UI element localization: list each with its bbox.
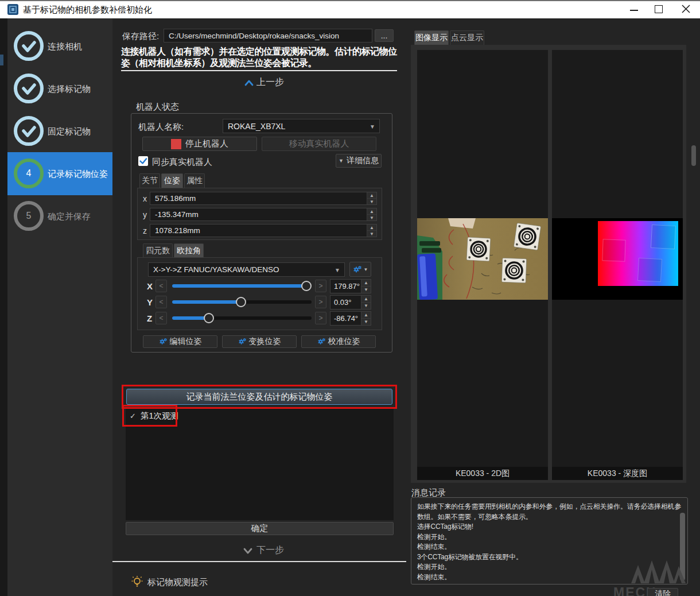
robot-status-label: 机器人状态 [136, 102, 179, 113]
log-line: 检测结束。 [417, 542, 687, 552]
sidebar-item-select-marker[interactable]: 选择标记物 [48, 84, 91, 95]
slider-y-inc-button[interactable]: > [315, 296, 326, 308]
spin-arrows[interactable]: ▲▼ [361, 280, 371, 293]
x-axis-label: x [143, 194, 147, 203]
tab-joints[interactable]: 关节 [139, 173, 160, 188]
divider-top [121, 70, 397, 71]
slider-y-handle[interactable] [236, 297, 246, 307]
window-title: 基于标记物的相机参数补偿初始化 [23, 5, 152, 16]
next-step-button[interactable]: 下一步 [256, 544, 284, 556]
image-2d-caption: KE0033 - 2D图 [456, 469, 510, 479]
spin-arrows[interactable]: ▲▼ [361, 312, 371, 325]
save-path-input[interactable]: C:/Users/mechmind/Desktop/rokae/snacks_v… [164, 29, 372, 42]
gear-icon [317, 338, 326, 346]
sidebar-item-connect-camera[interactable]: 连接相机 [48, 41, 82, 52]
tab-properties[interactable]: 属性 [184, 173, 205, 188]
slider-y-fill [172, 300, 241, 304]
image-2d-caption-bar: KE0033 - 2D图 [417, 467, 548, 480]
intro-text: 连接机器人（如有需求）并在选定的位置观测标记物。估计的标记物位姿（相对相机坐标系… [121, 46, 398, 69]
slider-x-value[interactable]: 179.87° ▲▼ [330, 279, 371, 293]
sidebar-item-record-pose[interactable]: 记录标记物位姿 [48, 169, 108, 180]
chevron-down-icon: ▼ [339, 158, 344, 164]
slider-z-dec-button[interactable]: < [155, 312, 167, 324]
stop-icon [171, 139, 181, 149]
lightbulb-icon [131, 575, 143, 590]
slider-y-label: Y [147, 297, 153, 307]
step1-check-icon[interactable] [13, 30, 44, 64]
slider-z-value[interactable]: -86.74° ▲▼ [330, 311, 371, 326]
stop-robot-button[interactable]: 停止机器人 [142, 137, 257, 151]
slider-z-inc-button[interactable]: > [315, 312, 326, 324]
sidebar-item-confirm-save[interactable]: 确定并保存 [48, 211, 91, 222]
depth-gradient [598, 221, 678, 286]
slider-z-handle[interactable] [204, 313, 214, 323]
gear-icon [238, 338, 247, 346]
slider-y-dec-button[interactable]: < [155, 296, 167, 308]
tab-quaternion[interactable]: 四元数 [143, 243, 173, 257]
camera-2d-image[interactable] [417, 218, 548, 300]
log-line: 如果接下来的任务需要用到相机的内参和外参，例如，点云相关操作。请务必选择相机参数… [417, 502, 687, 522]
step3-check-icon[interactable] [13, 115, 44, 149]
close-button[interactable] [682, 5, 690, 13]
right-scrollbar-thumb[interactable] [691, 145, 696, 166]
y-value-spinbox[interactable]: -135.347mm ▲▼ [150, 208, 377, 221]
transform-pose-button[interactable]: 变换位姿 [222, 335, 297, 348]
left-edge-accent [0, 55, 3, 65]
sync-checkbox[interactable] [138, 156, 148, 166]
save-path-label: 保存路径: [122, 31, 159, 42]
left-edge-strip [0, 18, 7, 596]
step2-check-icon[interactable] [13, 73, 44, 106]
log-line: 检测开始。 [417, 532, 687, 543]
gear-icon [159, 338, 168, 346]
spin-arrows[interactable]: ▲▼ [367, 192, 376, 204]
annotation-observation [122, 405, 177, 427]
z-axis-label: z [143, 226, 147, 235]
move-robot-button[interactable]: 移动真实机器人 [262, 137, 376, 151]
euler-convention-dropdown[interactable]: X->Y->Z FANUC/YASKAWA/DENSO▼ [148, 262, 345, 277]
app-icon [7, 4, 18, 15]
spin-arrows[interactable]: ▲▼ [367, 225, 376, 237]
step5-number: 5 [13, 200, 44, 231]
slider-x-inc-button[interactable]: > [315, 280, 326, 292]
robot-name-dropdown[interactable]: ROKAE_XB7XL▼ [223, 119, 380, 133]
marker-tips-link[interactable]: 标记物观测提示 [147, 577, 208, 588]
chevron-down-icon[interactable] [243, 546, 252, 556]
tab-euler[interactable]: 欧拉角 [174, 243, 204, 257]
log-line: 选择CCTag标记物! [417, 522, 687, 532]
maximize-button[interactable] [655, 5, 663, 13]
tab-pose[interactable]: 位姿 [161, 173, 183, 188]
confirm-button[interactable]: 确定 [126, 522, 394, 535]
mechmind-watermark-logo [631, 559, 686, 588]
robot-name-label: 机器人名称: [138, 122, 184, 133]
details-button[interactable]: ▼ 详细信息 [336, 154, 382, 168]
edit-pose-button[interactable]: 编辑位姿 [143, 335, 217, 348]
y-axis-label: y [143, 210, 147, 219]
calibrate-pose-button[interactable]: 校准位姿 [301, 335, 376, 348]
clear-log-button[interactable]: 清除 [647, 588, 678, 596]
slider-x-label: X [147, 281, 153, 291]
slider-z-label: Z [147, 314, 152, 323]
spin-arrows[interactable]: ▲▼ [361, 296, 371, 309]
euler-gear-button[interactable]: ▼ [349, 262, 371, 277]
chevron-down-icon: ▼ [364, 267, 368, 272]
minimize-button[interactable] [630, 10, 638, 11]
chevron-up-icon[interactable] [244, 78, 254, 88]
camera-depth-image[interactable] [552, 218, 683, 300]
x-value-spinbox[interactable]: 575.186mm ▲▼ [150, 192, 377, 205]
slider-x-fill [172, 284, 306, 288]
sidebar-item-fix-marker[interactable]: 固定标记物 [48, 126, 91, 137]
slider-y-value[interactable]: 0.03° ▲▼ [330, 295, 371, 309]
image-depth-caption-bar: KE0033 - 深度图 [552, 467, 683, 480]
step4-number: 4 [13, 158, 44, 189]
slider-x-handle[interactable] [301, 281, 312, 291]
browse-button[interactable]: ... [375, 29, 394, 42]
z-value-spinbox[interactable]: 1078.218mm ▲▼ [150, 224, 377, 237]
divider-bottom [112, 561, 406, 562]
sync-robot-label: 同步真实机器人 [152, 157, 212, 168]
tab-pointcloud-display[interactable]: 点云显示 [450, 30, 484, 45]
prev-step-button[interactable]: 上一步 [256, 76, 284, 88]
spin-arrows[interactable]: ▲▼ [367, 208, 376, 220]
slider-x-dec-button[interactable]: < [155, 280, 167, 292]
tab-image-display[interactable]: 图像显示 [414, 30, 449, 45]
gear-icon [353, 265, 362, 274]
